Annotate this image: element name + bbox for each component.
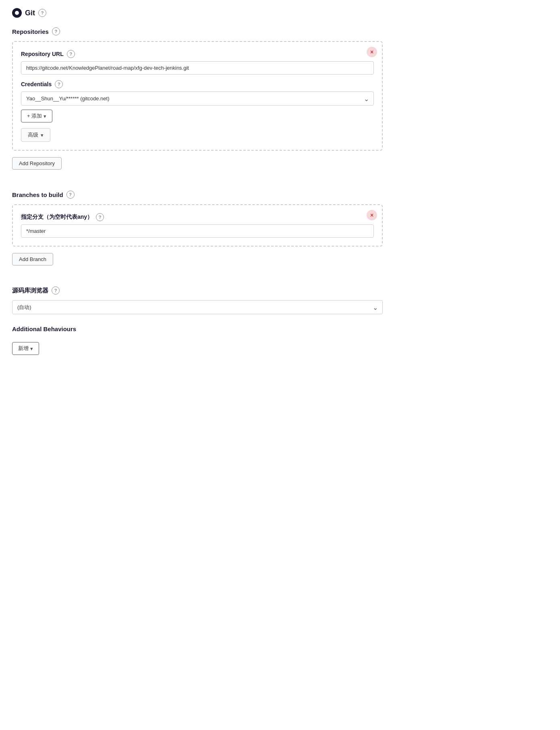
branches-section: Branches to build ? × 指定分支（为空时代表any） ? A… [12,191,383,275]
advanced-dropdown-arrow: ▾ [41,132,44,138]
repository-url-label: Repository URL ? [21,50,374,58]
branch-specifier-input[interactable] [21,224,374,238]
credentials-select[interactable]: Yao__Shun__Yu/****** (gitcode.net) [21,91,374,106]
source-browser-select[interactable]: (自动) [12,300,383,314]
repositories-section: Repositories ? × Repository URL ? Creden… [12,27,383,179]
advanced-button[interactable]: 高级 ▾ [21,128,50,142]
branch-specifier-help-icon[interactable]: ? [96,213,104,221]
source-browser-help-icon[interactable]: ? [52,286,60,294]
page-title: Git [25,9,35,17]
repositories-help-icon[interactable]: ? [52,27,60,35]
add-behaviour-dropdown-arrow: ▾ [30,346,33,352]
source-browser-section: 源码库浏览器 ? (自动) ⌄ [12,286,383,314]
credentials-help-icon[interactable]: ? [55,80,63,88]
source-browser-select-wrapper: (自动) ⌄ [12,300,383,314]
branches-label: Branches to build ? [12,191,383,199]
git-icon [12,8,22,18]
source-browser-label: 源码库浏览器 ? [12,286,383,294]
additional-behaviours-label: Additional Behaviours [12,326,383,332]
add-repository-button[interactable]: Add Repository [12,157,62,170]
credentials-row: Credentials ? Yao__Shun__Yu/****** (gitc… [21,80,374,106]
git-help-icon[interactable]: ? [38,9,46,17]
repository-url-help-icon[interactable]: ? [67,50,75,58]
repository-item: × Repository URL ? Credentials ? Yao__Sh… [12,41,383,151]
branch-specifier-label: 指定分支（为空时代表any） ? [21,213,374,221]
remove-repository-button[interactable]: × [367,47,377,57]
branch-item: × 指定分支（为空时代表any） ? [12,204,383,247]
remove-branch-button[interactable]: × [367,210,377,220]
git-icon-inner [15,11,19,15]
repository-url-input[interactable] [21,61,374,75]
add-behaviour-button[interactable]: 新增 ▾ [12,342,39,355]
additional-behaviours-section: Additional Behaviours 新增 ▾ [12,326,383,355]
repositories-label: Repositories ? [12,27,383,35]
credentials-label: Credentials ? [21,80,374,88]
branches-help-icon[interactable]: ? [66,191,75,199]
add-credentials-dropdown-arrow: ▾ [44,113,46,119]
page-header: Git ? [12,8,383,18]
add-credentials-button[interactable]: + 添加 ▾ [21,110,52,122]
add-branch-button[interactable]: Add Branch [12,253,53,265]
credentials-select-wrapper: Yao__Shun__Yu/****** (gitcode.net) ⌄ [21,91,374,106]
